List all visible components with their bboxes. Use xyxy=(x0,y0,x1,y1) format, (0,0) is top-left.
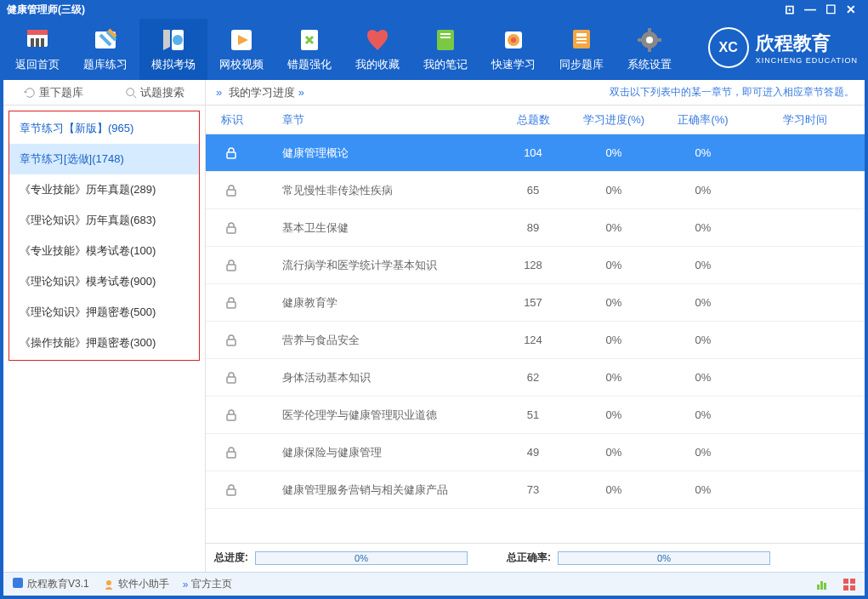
chapter-name: 健康保险与健康管理 xyxy=(257,445,499,460)
status-bar: 欣程教育V3.1 软件小助手 »官方主页 xyxy=(3,572,865,596)
svg-rect-1 xyxy=(27,30,48,35)
svg-rect-41 xyxy=(817,585,820,590)
video-icon xyxy=(226,26,257,54)
sidebar-item-5[interactable]: 《理论知识》模考试卷(900) xyxy=(9,266,199,297)
svg-rect-33 xyxy=(227,302,235,308)
correct-pct: 0% xyxy=(661,184,746,197)
reload-db-button[interactable]: 重下题库 xyxy=(3,85,105,100)
table-row[interactable]: 流行病学和医学统计学基本知识1280%0% xyxy=(206,247,865,284)
progress-pct: 0% xyxy=(567,408,661,421)
svg-rect-4 xyxy=(41,38,44,47)
sidebar-item-6[interactable]: 《理论知识》押题密卷(500) xyxy=(9,297,199,328)
main-toolbar: 返回首页题库练习模拟考场网校视频错题强化我的收藏我的笔记快速学习同步题库系统设置… xyxy=(0,19,868,80)
svg-rect-44 xyxy=(843,579,848,584)
toolbar-sync[interactable]: 同步题库 xyxy=(547,19,616,80)
svg-line-28 xyxy=(133,94,136,98)
chapter-name: 常见慢性非传染性疾病 xyxy=(257,183,499,198)
helper-link[interactable]: 软件小助手 xyxy=(103,577,169,591)
total-count: 51 xyxy=(499,408,567,421)
toolbar-fav[interactable]: 我的收藏 xyxy=(343,19,411,80)
correct-pct: 0% xyxy=(661,146,746,159)
progress-pct: 0% xyxy=(567,221,661,234)
table-row[interactable]: 营养与食品安全1240%0% xyxy=(206,322,865,359)
svg-point-40 xyxy=(106,580,111,585)
minimize-button[interactable]: — xyxy=(800,3,820,16)
svg-rect-18 xyxy=(576,33,587,37)
sidebar-item-7[interactable]: 《操作技能》押题密卷(300) xyxy=(9,328,199,358)
official-home-link[interactable]: »官方主页 xyxy=(183,577,233,591)
svg-rect-2 xyxy=(31,38,34,47)
svg-point-7 xyxy=(173,35,183,45)
total-count: 65 xyxy=(499,184,567,197)
svg-rect-29 xyxy=(227,152,235,158)
toolbar-note[interactable]: 我的笔记 xyxy=(411,19,479,80)
toolbar-settings[interactable]: 系统设置 xyxy=(616,19,684,80)
svg-rect-35 xyxy=(227,377,235,383)
right-tools: » 我的学习进度 » 双击以下列表中的某一章节，即可进入相应章节答题。 xyxy=(206,80,865,105)
svg-rect-32 xyxy=(227,265,235,271)
chapter-name: 健康管理概论 xyxy=(257,145,499,161)
brand-icon: XC xyxy=(708,27,749,68)
total-progress-label: 总进度: xyxy=(214,551,248,565)
svg-rect-20 xyxy=(576,42,587,43)
correct-pct: 0% xyxy=(661,408,746,421)
total-count: 128 xyxy=(499,259,567,271)
lock-icon xyxy=(206,483,257,497)
col-mark: 标识 xyxy=(206,112,257,128)
table-row[interactable]: 基本卫生保健890%0% xyxy=(206,209,865,247)
correct-pct: 0% xyxy=(661,371,746,384)
toolbar-home[interactable]: 返回首页 xyxy=(3,19,71,80)
sidebar-item-4[interactable]: 《专业技能》模考试卷(100) xyxy=(9,236,199,266)
table-row[interactable]: 健康管理概论1040%0% xyxy=(206,134,865,172)
total-correct-label: 总正确率: xyxy=(507,551,551,565)
table-row[interactable]: 健康教育学1570%0% xyxy=(206,284,865,322)
table-row[interactable]: 医学伦理学与健康管理职业道德510%0% xyxy=(206,396,865,434)
svg-rect-12 xyxy=(440,33,451,35)
lock-icon xyxy=(206,184,257,197)
total-count: 89 xyxy=(499,221,567,234)
sidebar-item-1[interactable]: 章节练习[选做](1748) xyxy=(9,144,199,174)
qr-icon[interactable] xyxy=(842,578,856,591)
toolbar-wrong[interactable]: 错题强化 xyxy=(275,19,343,80)
progress-pct: 0% xyxy=(567,371,661,384)
total-count: 73 xyxy=(499,483,567,496)
total-progress-bar: 0% xyxy=(255,551,468,565)
col-chapter: 章节 xyxy=(257,112,499,128)
toolbar-practice[interactable]: 题库练习 xyxy=(71,19,139,80)
lock-icon xyxy=(206,259,257,272)
sidebar-item-0[interactable]: 章节练习【新版】(965) xyxy=(9,113,199,144)
sidebar-item-3[interactable]: 《理论知识》历年真题(683) xyxy=(9,205,199,236)
main-area: 重下题库 试题搜索 » 我的学习进度 » 双击以下列表中的某一章节，即可进入相应… xyxy=(3,80,865,596)
total-count: 157 xyxy=(499,296,567,309)
sidebar: 章节练习【新版】(965)章节练习[选做](1748)《专业技能》历年真题(28… xyxy=(3,106,206,572)
svg-point-22 xyxy=(646,37,653,43)
table-row[interactable]: 身体活动基本知识620%0% xyxy=(206,359,865,396)
chapter-name: 健康教育学 xyxy=(257,295,499,311)
chapter-name: 流行病学和医学统计学基本知识 xyxy=(257,258,499,273)
lock-icon xyxy=(206,371,257,385)
svg-rect-30 xyxy=(227,190,235,196)
toolbar-exam[interactable]: 模拟考场 xyxy=(139,19,207,80)
col-progress: 学习进度(%) xyxy=(567,112,661,128)
svg-point-16 xyxy=(511,37,516,43)
chev-icon: » xyxy=(216,86,222,99)
total-count: 62 xyxy=(499,371,567,384)
table-row[interactable]: 常见慢性非传染性疾病650%0% xyxy=(206,172,865,209)
progress-pct: 0% xyxy=(567,334,661,346)
sidebar-item-2[interactable]: 《专业技能》历年真题(289) xyxy=(9,174,199,205)
table-row[interactable]: 健康管理服务营销与相关健康产品730%0% xyxy=(206,471,865,509)
svg-rect-31 xyxy=(227,227,235,233)
app-version[interactable]: 欣程教育V3.1 xyxy=(12,577,89,591)
my-progress-link[interactable]: 我的学习进度 » xyxy=(229,85,304,100)
progress-pct: 0% xyxy=(567,146,661,159)
toolbar-quick[interactable]: 快速学习 xyxy=(479,19,547,80)
toolbar-video[interactable]: 网校视频 xyxy=(207,19,275,80)
restore-button[interactable]: ⊡ xyxy=(780,3,800,16)
stats-icon[interactable] xyxy=(815,578,829,591)
svg-rect-45 xyxy=(850,579,855,584)
maximize-button[interactable]: ☐ xyxy=(820,3,841,16)
table-row[interactable]: 健康保险与健康管理490%0% xyxy=(206,434,865,471)
close-button[interactable]: ✕ xyxy=(841,3,861,16)
search-button[interactable]: 试题搜索 xyxy=(105,85,206,100)
chapter-name: 身体活动基本知识 xyxy=(257,370,499,385)
